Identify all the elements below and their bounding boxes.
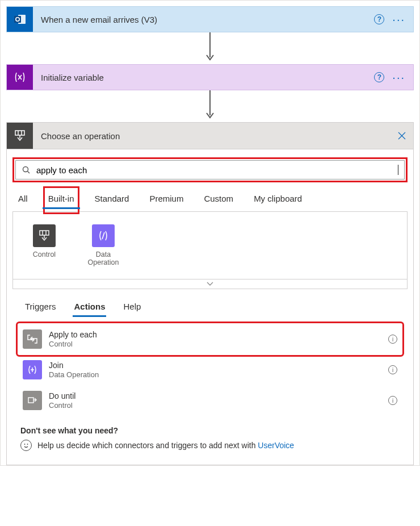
help-icon[interactable]: ? bbox=[374, 72, 384, 82]
action-name: Do until bbox=[49, 391, 381, 401]
smile-icon bbox=[20, 440, 32, 451]
svg-point-21 bbox=[27, 444, 28, 445]
action-source: Control bbox=[49, 340, 381, 349]
action-source: Control bbox=[49, 401, 381, 410]
action-do-until[interactable]: Do until Control i bbox=[18, 385, 402, 416]
choose-operation-icon bbox=[7, 123, 33, 149]
more-menu-icon[interactable]: ··· bbox=[392, 14, 405, 25]
action-list: Apply to each Control i Join Data Ope bbox=[12, 317, 408, 416]
search-input[interactable] bbox=[35, 165, 393, 176]
uservoice-link[interactable]: UserVoice bbox=[258, 441, 294, 450]
uservoice-section: Don't see what you need? Help us decide … bbox=[12, 416, 408, 465]
svg-rect-1 bbox=[14, 16, 21, 23]
svg-rect-19 bbox=[28, 398, 33, 403]
connector-control[interactable]: Control bbox=[24, 224, 64, 266]
subtab-actions[interactable]: Actions bbox=[73, 299, 106, 317]
action-name: Apply to each bbox=[49, 330, 381, 340]
tab-standard[interactable]: Standard bbox=[93, 189, 132, 211]
close-icon[interactable] bbox=[390, 123, 413, 149]
svg-rect-13 bbox=[40, 231, 49, 235]
step-email-trigger[interactable]: When a new email arrives (V3) ? ··· bbox=[6, 6, 414, 32]
connector-data-operation[interactable]: Data Operation bbox=[83, 224, 123, 266]
svg-point-11 bbox=[23, 167, 28, 172]
tab-my-clipboard[interactable]: My clipboard bbox=[251, 189, 304, 211]
do-until-icon bbox=[23, 391, 42, 410]
info-icon[interactable]: i bbox=[388, 335, 397, 344]
operation-picker-header: Choose an operation bbox=[6, 122, 414, 149]
subtab-help[interactable]: Help bbox=[122, 299, 142, 317]
more-menu-icon[interactable]: ··· bbox=[392, 72, 405, 83]
svg-line-12 bbox=[28, 172, 30, 174]
text-cursor bbox=[398, 165, 398, 175]
svg-rect-5 bbox=[15, 131, 24, 135]
step-initialize-variable[interactable]: Initialize variable ? ··· bbox=[6, 64, 414, 90]
connector-arrow bbox=[6, 90, 414, 122]
tab-all[interactable]: All bbox=[16, 189, 30, 211]
tab-built-in[interactable]: Built-in bbox=[46, 189, 77, 211]
outlook-icon bbox=[7, 7, 33, 32]
step-title: When a new email arrives (V3) bbox=[33, 7, 366, 32]
help-icon[interactable]: ? bbox=[374, 14, 384, 24]
operation-picker-title: Choose an operation bbox=[33, 123, 390, 149]
category-tabs: All Built-in Standard Premium Custom My … bbox=[12, 189, 408, 211]
uservoice-question: Don't see what you need? bbox=[20, 426, 400, 435]
data-operation-icon bbox=[92, 224, 115, 247]
action-apply-to-each[interactable]: Apply to each Control i bbox=[18, 324, 402, 354]
uservoice-text: Help us decide which connectors and trig… bbox=[37, 441, 258, 450]
connector-arrow bbox=[6, 32, 414, 64]
subtab-triggers[interactable]: Triggers bbox=[24, 299, 57, 317]
svg-point-20 bbox=[24, 444, 26, 445]
action-name: Join bbox=[49, 361, 381, 370]
connector-grid: Control Data Operation bbox=[12, 211, 408, 279]
expand-connectors-button[interactable] bbox=[12, 279, 408, 289]
tab-premium[interactable]: Premium bbox=[147, 189, 186, 211]
connector-label: Data Operation bbox=[83, 251, 123, 266]
step-title: Initialize variable bbox=[33, 65, 366, 90]
result-sub-tabs: Triggers Actions Help bbox=[12, 289, 408, 317]
action-source: Data Operation bbox=[49, 370, 381, 379]
control-icon bbox=[33, 224, 56, 247]
info-icon[interactable]: i bbox=[388, 396, 397, 405]
connector-label: Control bbox=[33, 251, 56, 258]
search-field[interactable] bbox=[15, 160, 405, 179]
chevron-down-icon bbox=[207, 282, 213, 286]
tab-custom[interactable]: Custom bbox=[201, 189, 236, 211]
search-highlight bbox=[12, 157, 408, 182]
action-join[interactable]: Join Data Operation i bbox=[18, 354, 402, 385]
operation-picker-panel: All Built-in Standard Premium Custom My … bbox=[6, 149, 414, 465]
search-icon bbox=[22, 165, 31, 174]
variable-icon bbox=[7, 65, 33, 90]
join-icon bbox=[23, 360, 42, 379]
loop-icon bbox=[23, 329, 42, 349]
info-icon[interactable]: i bbox=[388, 365, 397, 374]
